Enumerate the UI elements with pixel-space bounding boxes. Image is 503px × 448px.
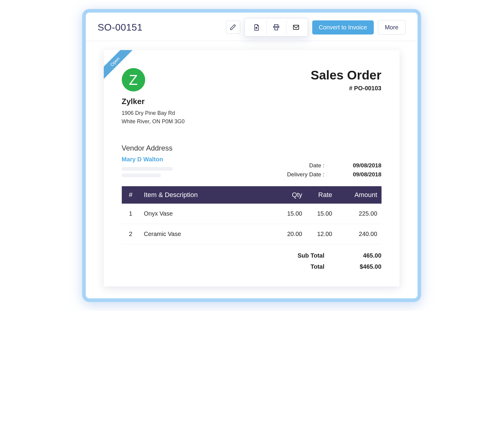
- cell-index: 2: [122, 224, 140, 244]
- col-amount: Amount: [337, 186, 382, 204]
- pdf-icon: [253, 24, 260, 31]
- company-address: 1906 Dry Pine Bay Rd White River, ON P0M…: [122, 109, 185, 126]
- cell-rate: 15.00: [307, 204, 337, 224]
- subtotal-label: Sub Total: [298, 252, 325, 259]
- date-value: 09/08/2018: [343, 162, 382, 169]
- cell-qty: 15.00: [280, 204, 307, 224]
- document-area: Open Z Zylker 1906 Dry Pine Bay Rd White…: [86, 41, 418, 286]
- cell-item: Onyx Vase: [140, 204, 280, 224]
- document-number: # PO-00103: [311, 85, 382, 92]
- convert-to-invoice-button[interactable]: Convert to Invoice: [312, 20, 374, 34]
- totals-block: Sub Total 465.00 Total $465.00: [122, 252, 382, 270]
- page-header: SO-00151: [86, 13, 418, 41]
- sales-order-document: Open Z Zylker 1906 Dry Pine Bay Rd White…: [104, 50, 400, 286]
- vendor-block: Vendor Address Mary D Walton: [122, 144, 173, 180]
- delivery-date-label: Delivery Date :: [287, 171, 325, 178]
- company-name: Zylker: [122, 97, 185, 106]
- pdf-button[interactable]: [247, 20, 266, 34]
- table-row: 2 Ceramic Vase 20.00 12.00 240.00: [122, 224, 382, 244]
- delivery-date-value: 09/08/2018: [343, 171, 382, 178]
- svg-rect-2: [293, 25, 299, 29]
- more-button[interactable]: More: [378, 20, 406, 35]
- document-header: Z Zylker 1906 Dry Pine Bay Rd White Rive…: [122, 68, 382, 126]
- cell-amount: 240.00: [337, 224, 382, 244]
- email-button[interactable]: [286, 20, 306, 34]
- table-row: 1 Onyx Vase 15.00 15.00 225.00: [122, 204, 382, 224]
- placeholder-line: [122, 167, 173, 171]
- col-qty: Qty: [280, 186, 307, 204]
- mail-icon: [292, 24, 300, 31]
- table-header-row: # Item & Description Qty Rate Amount: [122, 186, 382, 204]
- toolbar: Convert to Invoice More: [226, 18, 406, 37]
- col-item: Item & Description: [140, 186, 280, 204]
- date-label: Date :: [309, 162, 325, 169]
- cell-amount: 225.00: [337, 204, 382, 224]
- vendor-heading: Vendor Address: [122, 144, 173, 152]
- export-button-group: [244, 18, 308, 37]
- company-logo: Z: [122, 68, 145, 91]
- total-label: Total: [310, 263, 324, 270]
- print-button[interactable]: [266, 20, 286, 34]
- svg-rect-0: [274, 25, 278, 26]
- document-type: Sales Order: [311, 68, 382, 82]
- col-index: #: [122, 186, 140, 204]
- line-items-table: # Item & Description Qty Rate Amount 1 O…: [122, 186, 382, 244]
- meta-block: Date : 09/08/2018 Delivery Date : 09/08/…: [287, 162, 382, 180]
- order-id: SO-00151: [98, 22, 143, 33]
- cell-item: Ceramic Vase: [140, 224, 280, 244]
- cell-index: 1: [122, 204, 140, 224]
- app-frame: SO-00151: [82, 9, 421, 302]
- svg-rect-1: [275, 28, 278, 30]
- placeholder-line: [122, 174, 161, 177]
- cell-qty: 20.00: [280, 224, 307, 244]
- cell-rate: 12.00: [307, 224, 337, 244]
- col-rate: Rate: [307, 186, 337, 204]
- address-line-1: 1906 Dry Pine Bay Rd: [122, 109, 185, 118]
- total-value: $465.00: [343, 263, 382, 270]
- edit-button[interactable]: [226, 21, 240, 34]
- print-icon: [273, 24, 280, 31]
- subtotal-value: 465.00: [343, 252, 382, 259]
- address-line-2: White River, ON P0M 3G0: [122, 118, 185, 126]
- vendor-name[interactable]: Mary D Walton: [122, 156, 173, 163]
- pencil-icon: [229, 24, 237, 31]
